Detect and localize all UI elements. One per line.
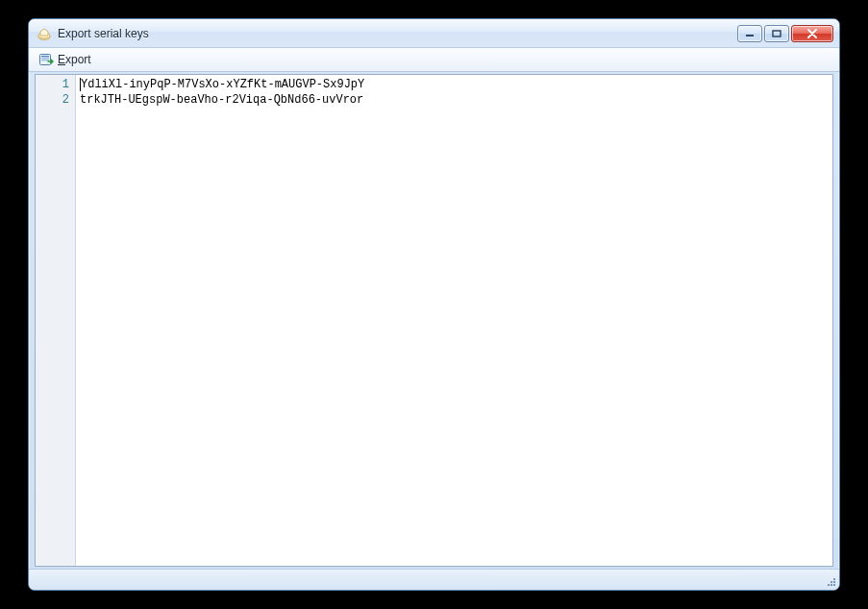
line-number: 2 — [36, 92, 69, 108]
app-icon — [37, 26, 52, 41]
svg-rect-10 — [833, 581, 835, 583]
svg-rect-7 — [41, 60, 49, 61]
export-rest: xport — [65, 53, 91, 66]
minimize-button[interactable] — [737, 25, 762, 42]
svg-rect-9 — [831, 581, 832, 583]
maximize-button[interactable] — [764, 25, 789, 42]
toolbar: Export — [29, 48, 839, 72]
editor-line[interactable]: trkJTH-UEgspW-beaVho-r2Viqa-QbNd66-uvVro… — [80, 92, 829, 108]
resize-grip[interactable] — [822, 572, 837, 588]
svg-rect-13 — [833, 584, 835, 586]
export-button-label: Export — [58, 53, 91, 66]
svg-rect-6 — [41, 58, 49, 59]
export-button[interactable]: Export — [33, 50, 97, 69]
titlebar[interactable]: Export serial keys — [29, 19, 839, 48]
line-number-gutter: 12 — [36, 75, 76, 566]
svg-rect-2 — [746, 35, 754, 37]
svg-rect-5 — [41, 56, 49, 57]
editor-line[interactable]: YdliXl-inyPqP-M7VsXo-xYZfKt-mAUGVP-Sx9Jp… — [80, 77, 829, 92]
text-editor[interactable]: YdliXl-inyPqP-M7VsXo-xYZfKt-mAUGVP-Sx9Jp… — [76, 75, 832, 566]
svg-rect-3 — [773, 31, 781, 37]
export-mnemonic: E — [58, 53, 65, 66]
close-button[interactable] — [791, 25, 833, 42]
svg-rect-12 — [831, 584, 832, 586]
window-frame: Export serial keys — [28, 18, 840, 591]
line-number: 1 — [36, 77, 69, 92]
svg-rect-11 — [828, 584, 830, 586]
svg-rect-8 — [833, 578, 835, 580]
window-controls — [737, 25, 833, 42]
editor-container: 12 YdliXl-inyPqP-M7VsXo-xYZfKt-mAUGVP-Sx… — [35, 74, 833, 567]
window-title: Export serial keys — [58, 27, 737, 40]
statusbar — [29, 569, 839, 590]
export-icon — [38, 52, 54, 67]
text-caret — [80, 78, 81, 91]
